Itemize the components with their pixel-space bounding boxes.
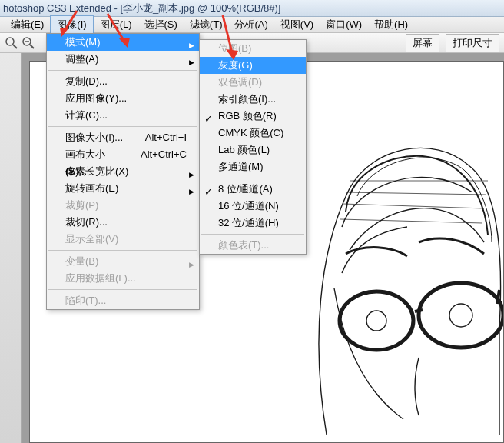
menu-item: 裁剪(P) [47, 197, 199, 214]
menu-item: 陷印(T)... [47, 292, 199, 309]
svg-point-5 [419, 283, 503, 348]
menu-item-label: RGB 颜色(R) [218, 108, 277, 125]
svg-line-13 [340, 219, 482, 223]
menu-item-label: 灰度(G) [218, 57, 253, 74]
menu-bar: 编辑(E)图像(I)图层(L)选择(S)滤镜(T)分析(A)视图(V)窗口(W)… [0, 17, 504, 33]
separator [48, 289, 197, 290]
menu-帮助(H)[interactable]: 帮助(H) [368, 16, 414, 33]
submenu-arrow-icon: ▶ [189, 54, 194, 71]
menu-item[interactable]: 模式(M)▶ [47, 34, 199, 51]
menu-item-label: 显示全部(V) [65, 231, 118, 248]
menu-item: 变量(B)▶ [47, 253, 199, 270]
menu-item[interactable]: CMYK 颜色(C) [200, 125, 306, 142]
menu-item: 颜色表(T)... [200, 237, 306, 254]
menu-图层(L)[interactable]: 图层(L) [94, 16, 138, 33]
mode-submenu: 位图(B)灰度(G)双色调(D)索引颜色(I)...RGB 颜色(R)✓CMYK… [199, 39, 307, 255]
menu-视图(V)[interactable]: 视图(V) [274, 16, 320, 33]
menu-item[interactable]: 像素长宽比(X)▶ [47, 163, 199, 180]
menu-item[interactable]: 灰度(G) [200, 57, 306, 74]
menu-item-label: 8 位/通道(A) [218, 181, 273, 198]
menu-item-label: Lab 颜色(L) [218, 142, 270, 158]
menu-item[interactable]: 16 位/通道(N) [200, 198, 306, 215]
svg-point-6 [340, 291, 413, 350]
menu-item[interactable]: Lab 颜色(L) [200, 142, 306, 158]
menu-item[interactable]: 旋转画布(E)▶ [47, 180, 199, 197]
menu-item[interactable]: 应用图像(Y)... [47, 90, 199, 107]
menu-item[interactable]: 复制(D)... [47, 73, 199, 90]
menu-item[interactable]: 多通道(M) [200, 158, 306, 175]
menu-item: 应用数据组(L)... [47, 270, 199, 287]
menu-编辑(E)[interactable]: 编辑(E) [5, 16, 50, 33]
menu-item-label: 图像大小(I)... [65, 129, 123, 146]
separator [48, 70, 197, 71]
magnify-minus-icon [22, 36, 35, 50]
menu-item[interactable]: 调整(A)▶ [47, 51, 199, 68]
menu-item[interactable]: 图像大小(I)...Alt+Ctrl+I [47, 129, 199, 146]
menu-item-label: 变量(B) [65, 253, 98, 270]
menu-item-label: 32 位/通道(H) [218, 215, 279, 231]
menu-item-label: 双色调(D) [218, 74, 262, 91]
document-image [303, 112, 504, 443]
menu-item[interactable]: 裁切(R)... [47, 214, 199, 231]
menu-item[interactable]: 索引颜色(I)... [200, 91, 306, 108]
menu-item[interactable]: 8 位/通道(A)✓ [200, 181, 306, 198]
separator [201, 234, 304, 235]
screen-button[interactable]: 屏幕 [406, 34, 439, 52]
svg-line-7 [415, 310, 423, 311]
menu-item-label: 颜色表(T)... [218, 237, 269, 254]
menu-item-label: 模式(M) [65, 34, 101, 51]
menu-item-label: 调整(A) [65, 51, 98, 68]
menu-item-shortcut: Alt+Ctrl+C [141, 146, 187, 163]
menu-item-label: 复制(D)... [65, 73, 108, 90]
menu-item: 双色调(D) [200, 74, 306, 91]
menu-item: 显示全部(V) [47, 231, 199, 248]
svg-line-3 [30, 45, 34, 48]
menu-图像(I)[interactable]: 图像(I) [50, 15, 93, 34]
svg-point-9 [366, 311, 386, 331]
menu-item[interactable]: RGB 颜色(R)✓ [200, 108, 306, 125]
separator [48, 126, 197, 127]
image-menu: 模式(M)▶调整(A)▶复制(D)...应用图像(Y)...计算(C)...图像… [46, 33, 200, 310]
svg-line-12 [343, 204, 484, 208]
separator [201, 178, 304, 178]
menu-item: 位图(B) [200, 40, 306, 57]
menu-item-label: 计算(C)... [65, 107, 108, 124]
menu-item-shortcut: Alt+Ctrl+I [145, 129, 187, 146]
svg-point-8 [449, 304, 472, 327]
menu-item-label: 索引颜色(I)... [218, 91, 276, 108]
print-size-button[interactable]: 打印尺寸 [446, 34, 499, 52]
menu-选择(S)[interactable]: 选择(S) [138, 16, 184, 33]
title-bar: hotoshop CS3 Extended - [李小龙_副本.jpg @ 10… [0, 0, 504, 17]
menu-item-label: 裁剪(P) [65, 197, 98, 214]
menu-item[interactable]: 计算(C)... [47, 107, 199, 124]
menu-item-label: 画布大小(S)... [65, 146, 122, 163]
menu-item-label: 旋转画布(E) [65, 180, 118, 197]
svg-line-1 [13, 45, 17, 48]
separator [48, 250, 197, 251]
menu-item[interactable]: 32 位/通道(H) [200, 215, 306, 231]
menu-item-label: 像素长宽比(X) [65, 163, 128, 180]
svg-point-0 [6, 38, 14, 45]
menu-item-label: 应用数据组(L)... [65, 270, 136, 287]
menu-item-label: 应用图像(Y)... [65, 90, 127, 107]
menu-滤镜(T)[interactable]: 滤镜(T) [184, 16, 229, 33]
menu-item-label: 裁切(R)... [65, 214, 108, 231]
menu-item-label: 多通道(M) [218, 158, 264, 175]
menu-item[interactable]: 画布大小(S)...Alt+Ctrl+C [47, 146, 199, 163]
menu-item-label: CMYK 颜色(C) [218, 125, 284, 142]
menu-item-label: 16 位/通道(N) [218, 198, 279, 215]
menu-item-label: 位图(B) [218, 40, 251, 57]
ruler-left [0, 53, 22, 443]
menu-窗口(W)[interactable]: 窗口(W) [320, 16, 368, 33]
magnify-icon [5, 36, 18, 50]
menu-item-label: 陷印(T)... [65, 292, 106, 309]
menu-分析(A)[interactable]: 分析(A) [228, 16, 274, 33]
